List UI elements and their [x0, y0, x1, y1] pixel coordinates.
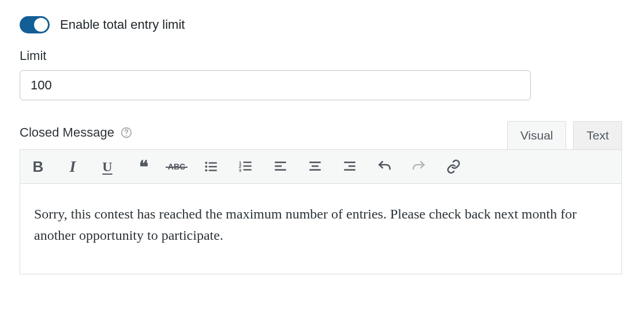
align-center-icon[interactable]	[305, 157, 325, 176]
redo-icon[interactable]	[409, 157, 429, 176]
limit-input[interactable]	[20, 70, 531, 100]
strikethrough-icon[interactable]: ABC	[167, 157, 186, 176]
closed-message-label: Closed Message	[20, 125, 114, 140]
limit-label: Limit	[20, 48, 624, 63]
bulleted-list-icon[interactable]	[201, 157, 221, 176]
svg-point-1	[126, 135, 127, 136]
svg-rect-7	[209, 169, 217, 171]
svg-rect-15	[275, 165, 282, 167]
align-right-icon[interactable]	[340, 157, 360, 176]
italic-icon[interactable]: I	[63, 157, 83, 176]
toggle-knob	[34, 18, 48, 32]
svg-text:3: 3	[239, 168, 241, 173]
svg-rect-21	[349, 165, 355, 167]
svg-point-4	[205, 165, 207, 168]
svg-rect-16	[275, 169, 286, 171]
editor-toolbar: B I U ❝ ABC 123	[20, 149, 622, 184]
svg-rect-13	[244, 169, 252, 170]
svg-rect-22	[344, 169, 355, 171]
underline-icon[interactable]: U	[98, 157, 117, 176]
svg-rect-14	[275, 161, 286, 163]
editor-content[interactable]: Sorry, this contest has reached the maxi…	[20, 184, 622, 274]
svg-rect-17	[309, 161, 321, 163]
undo-icon[interactable]	[375, 157, 394, 176]
svg-rect-5	[209, 166, 217, 167]
svg-rect-11	[244, 165, 252, 167]
numbered-list-icon[interactable]: 123	[236, 157, 256, 176]
blockquote-icon[interactable]: ❝	[132, 157, 152, 176]
align-left-icon[interactable]	[271, 157, 290, 176]
closed-message-text: Sorry, this contest has reached the maxi…	[34, 204, 608, 246]
tab-visual[interactable]: Visual	[507, 121, 567, 149]
svg-rect-19	[309, 169, 321, 171]
bold-icon[interactable]: B	[28, 157, 48, 176]
svg-rect-3	[209, 162, 217, 163]
link-icon[interactable]	[444, 157, 463, 176]
svg-rect-9	[244, 161, 252, 163]
tab-text[interactable]: Text	[573, 121, 622, 149]
svg-point-2	[205, 162, 207, 164]
svg-rect-18	[312, 165, 319, 167]
enable-entry-limit-label: Enable total entry limit	[60, 17, 185, 32]
help-icon[interactable]	[120, 126, 133, 139]
svg-point-6	[205, 169, 207, 172]
svg-rect-20	[344, 161, 355, 163]
enable-entry-limit-toggle[interactable]	[20, 16, 50, 33]
